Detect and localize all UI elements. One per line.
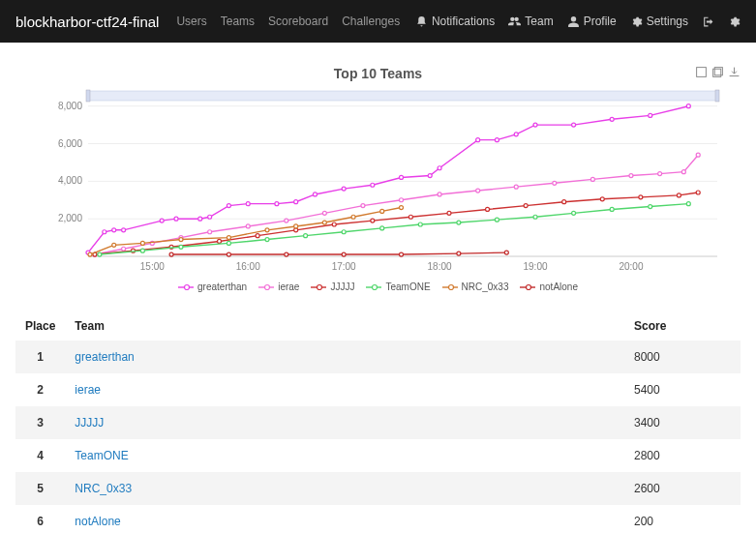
svg-point-113 [342, 252, 346, 256]
svg-point-51 [207, 230, 211, 234]
legend-label: JJJJJ [330, 281, 354, 292]
team-link[interactable]: JJJJJ [75, 416, 104, 429]
svg-point-57 [438, 192, 441, 196]
svg-point-73 [370, 219, 374, 222]
cell-place: 3 [15, 406, 65, 439]
svg-point-80 [638, 195, 642, 199]
svg-point-85 [178, 245, 182, 249]
svg-point-105 [293, 224, 297, 228]
svg-point-48 [121, 247, 125, 251]
svg-text:19:00: 19:00 [523, 261, 547, 272]
nav-team[interactable]: Team [508, 15, 553, 28]
svg-point-76 [485, 207, 489, 211]
svg-point-39 [475, 138, 479, 142]
svg-point-59 [514, 185, 518, 189]
cell-team: JJJJJ [65, 406, 624, 439]
svg-point-43 [571, 123, 575, 127]
svg-point-124 [373, 284, 378, 289]
svg-point-84 [140, 249, 144, 252]
team-link[interactable]: TeamONE [75, 449, 128, 462]
svg-point-82 [696, 191, 700, 194]
nav-links-right: Notifications Team Profile Settings [415, 15, 741, 28]
zoom-reset-icon[interactable] [695, 66, 708, 78]
svg-point-53 [284, 219, 287, 222]
svg-point-126 [448, 284, 453, 289]
legend-item[interactable]: notAlone [520, 281, 577, 292]
svg-point-103 [227, 236, 230, 240]
nav-teams[interactable]: Teams [221, 15, 255, 28]
svg-point-99 [87, 252, 91, 256]
svg-text:6,000: 6,000 [57, 138, 81, 149]
svg-point-98 [686, 202, 690, 206]
nav-profile[interactable]: Profile [567, 15, 617, 28]
gear-icon [630, 15, 643, 28]
team-link[interactable]: notAlone [75, 515, 120, 528]
nav-settings[interactable]: Settings [630, 15, 688, 28]
brand[interactable]: blockharbor-ctf24-final [15, 14, 159, 30]
nav-users[interactable]: Users [176, 15, 206, 28]
svg-point-101 [140, 241, 144, 245]
scores-chart[interactable]: 2,0004,0006,0008,00015:0016:0017:0018:00… [30, 87, 727, 276]
legend-item[interactable]: greaterthan [178, 281, 247, 292]
svg-text:20:00: 20:00 [619, 261, 643, 272]
svg-point-24 [121, 228, 125, 232]
svg-point-114 [399, 252, 403, 256]
svg-rect-5 [715, 90, 719, 102]
legend-item[interactable]: JJJJJ [311, 281, 354, 292]
svg-point-52 [246, 224, 250, 228]
svg-point-23 [111, 228, 115, 232]
download-icon[interactable] [728, 66, 741, 78]
cell-score: 8000 [624, 341, 741, 373]
svg-point-77 [524, 204, 528, 208]
svg-point-81 [677, 193, 680, 197]
team-link[interactable]: greaterthan [75, 350, 134, 364]
svg-rect-3 [88, 91, 717, 101]
team-link[interactable]: NRC_0x33 [75, 482, 132, 495]
nav-logout[interactable] [702, 15, 714, 28]
bell-icon [415, 15, 428, 28]
svg-point-86 [227, 241, 230, 245]
svg-point-55 [360, 204, 364, 208]
legend-item[interactable]: NRC_0x33 [442, 281, 509, 292]
svg-point-65 [696, 153, 700, 157]
svg-point-89 [342, 230, 346, 234]
table-row: 6 notAlone 200 [15, 505, 741, 533]
svg-text:16:00: 16:00 [235, 261, 259, 272]
svg-point-31 [274, 202, 278, 206]
team-link[interactable]: ierae [75, 383, 101, 397]
nav-challenges[interactable]: Challenges [342, 15, 400, 28]
cell-team: greaterthan [65, 341, 624, 373]
chart-container: Top 10 Teams 2,0004,0006,0008,00015:0016… [15, 66, 741, 292]
svg-point-75 [446, 211, 450, 215]
restore-icon[interactable] [711, 66, 724, 78]
svg-point-70 [256, 234, 259, 238]
svg-point-62 [628, 174, 632, 178]
table-row: 1 greaterthan 8000 [15, 341, 741, 373]
svg-point-115 [456, 252, 460, 255]
svg-point-94 [533, 215, 537, 219]
svg-point-25 [160, 219, 164, 222]
svg-point-108 [379, 209, 383, 213]
svg-point-63 [657, 172, 661, 176]
legend-item[interactable]: ierae [258, 281, 299, 292]
svg-point-36 [399, 175, 403, 179]
svg-point-100 [111, 243, 115, 247]
svg-point-97 [648, 205, 651, 209]
svg-point-95 [571, 211, 575, 215]
svg-point-96 [610, 207, 614, 211]
svg-point-41 [514, 133, 518, 136]
cell-team: ierae [65, 373, 624, 406]
nav-notifications[interactable]: Notifications [415, 15, 495, 28]
nav-scoreboard[interactable]: Scoreboard [268, 15, 328, 28]
svg-point-83 [97, 252, 101, 256]
legend-label: greaterthan [197, 281, 247, 292]
svg-point-61 [590, 177, 594, 181]
svg-point-104 [265, 228, 269, 232]
svg-point-27 [197, 217, 201, 221]
nav-admin[interactable] [728, 15, 741, 28]
svg-point-60 [552, 181, 556, 185]
svg-point-29 [227, 204, 230, 208]
svg-point-91 [418, 222, 422, 226]
legend-item[interactable]: TeamONE [366, 281, 430, 292]
svg-point-54 [322, 211, 326, 215]
